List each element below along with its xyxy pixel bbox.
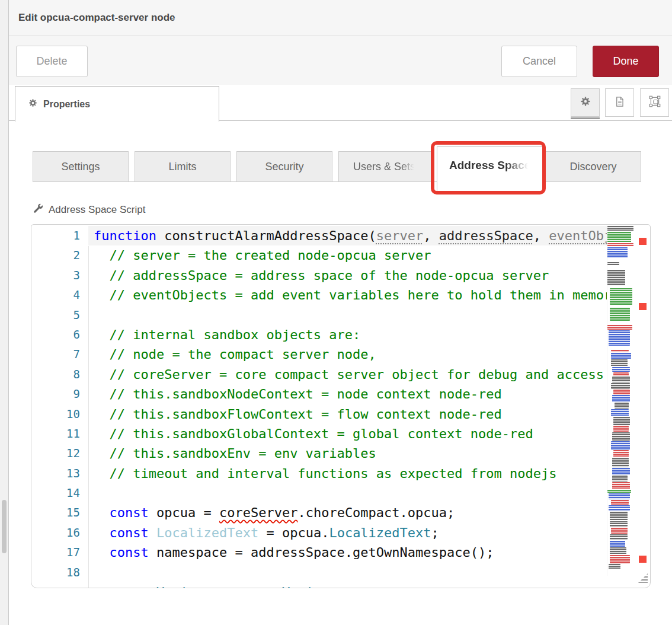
tray-tab-bar: Properties [9, 85, 672, 121]
wrench-icon [33, 203, 44, 217]
minimap-segment [610, 547, 626, 554]
cancel-button[interactable]: Cancel [501, 46, 577, 77]
properties-icon-button[interactable] [571, 88, 600, 117]
minimap-segment [611, 350, 629, 352]
line-number: 5 [31, 305, 88, 325]
minimap-segment [607, 243, 633, 247]
code-line[interactable]: // this.sandboxEnv = env variables [88, 444, 607, 463]
code-line[interactable]: // this.sandboxGlobalContext = global co… [88, 424, 607, 444]
section-label-row: Address Space Script [33, 203, 145, 217]
minimap-segment [615, 403, 629, 409]
gear-icon [580, 96, 591, 109]
subtab-discovery[interactable]: Discovery [545, 151, 641, 182]
line-number: 10 [31, 404, 88, 424]
minimap-segment [611, 500, 629, 505]
active-icon-button-indicator [571, 117, 600, 119]
line-number: 12 [31, 444, 88, 463]
minimap-segment [609, 505, 630, 511]
code-line[interactable]: // node = the compact server node, [88, 345, 607, 364]
minimap-segment [611, 359, 628, 366]
gear-icon [28, 98, 37, 110]
minimap-segment [607, 262, 619, 265]
subtab-address-space[interactable]: Address Space [437, 146, 543, 193]
code-line[interactable]: // coreServer = core compact server obje… [88, 365, 607, 384]
line-number: 17 [31, 543, 88, 562]
minimap-segment [613, 417, 630, 425]
subtab-label: Limits [168, 161, 196, 173]
minimap-segment [611, 383, 630, 389]
line-number: 11 [31, 424, 88, 444]
code-line[interactable] [88, 563, 607, 582]
page-scrollbar-thumb[interactable] [2, 500, 7, 553]
code-line[interactable]: // eventObjects = add event variables he… [88, 285, 607, 305]
minimap-segment [610, 521, 628, 527]
minimap-segment [609, 330, 630, 346]
minimap-segment [609, 564, 620, 569]
code-area[interactable]: function constructAlarmAddressSpace(serv… [88, 226, 607, 588]
minimap-segment [612, 377, 630, 382]
code-line[interactable] [88, 305, 607, 325]
minimap-segment [611, 441, 630, 449]
code-line[interactable] [88, 483, 607, 503]
minimap-segment [607, 270, 625, 285]
minimap-segment [612, 458, 629, 467]
tab-properties-label: Properties [43, 99, 90, 110]
minimap-segment [612, 476, 628, 481]
line-number: 1 [31, 226, 88, 245]
line-number: 3 [31, 266, 88, 285]
minimap-segment [610, 308, 630, 321]
code-line[interactable]: const opcua = coreServer.choreCompact.op… [88, 503, 607, 522]
page-scrollbar-track[interactable] [0, 0, 9, 625]
code-line[interactable]: // this.sandboxNodeContext = node contex… [88, 384, 607, 404]
minimap-segment [613, 372, 629, 376]
tab-properties[interactable]: Properties [15, 86, 219, 122]
code-line[interactable]: // timeout and interval functions as exp… [88, 464, 607, 483]
line-number: 7 [31, 345, 88, 364]
subtab-users-sets[interactable]: Users & Sets [338, 151, 434, 182]
done-button[interactable]: Done [593, 46, 659, 77]
minimap-segment [612, 432, 630, 441]
error-marker [639, 303, 647, 310]
subtab-limits[interactable]: Limits [135, 151, 231, 182]
line-number: 16 [31, 523, 88, 543]
subtab-label: Discovery [569, 161, 616, 173]
subtab-label: Settings [61, 161, 100, 173]
line-number: 9 [31, 384, 88, 404]
minimap-segment [612, 367, 630, 372]
code-line[interactable]: const LocalizedText = opcua.LocalizedTex… [88, 523, 607, 543]
minimap-segment [613, 450, 629, 457]
subtab-security[interactable]: Security [236, 151, 332, 182]
minimap-segment [609, 493, 630, 499]
code-line[interactable]: // internal sandbox objects are: [88, 325, 607, 345]
subtab-settings[interactable]: Settings [33, 151, 129, 182]
dialog-header: Edit opcua-compact-server node [9, 0, 672, 36]
error-marker [639, 238, 647, 245]
overview-ruler [636, 225, 650, 588]
minimap-segment [607, 325, 632, 330]
code-editor[interactable]: 12345678910111213141516171819 function c… [31, 224, 651, 588]
dialog-toolbar: Delete Cancel Done [9, 36, 672, 85]
minimap-segment [610, 541, 625, 547]
subtab-label: Security [265, 161, 303, 173]
minimap-segment [607, 266, 638, 270]
subtab-label: Address Space [449, 159, 530, 172]
minimap-segment [607, 490, 631, 493]
minimap[interactable] [607, 226, 638, 576]
code-line[interactable]: // this.sandboxFlowContext = flow contex… [88, 404, 607, 424]
code-line[interactable]: // addressSpace = address space of the n… [88, 266, 607, 285]
code-line[interactable]: function constructAlarmAddressSpace(serv… [88, 226, 607, 245]
code-line[interactable]: const Variant = opcua.Variant; [88, 582, 607, 588]
line-number: 8 [31, 365, 88, 384]
minimap-segment [607, 247, 628, 258]
error-marker [639, 556, 647, 563]
code-line[interactable]: // server = the created node-opcua serve… [88, 245, 607, 265]
line-number: 13 [31, 464, 88, 483]
line-number: 18 [31, 563, 88, 582]
minimap-segment [612, 468, 630, 475]
line-number: 6 [31, 325, 88, 345]
description-icon-button[interactable] [605, 88, 634, 117]
delete-button[interactable]: Delete [16, 46, 88, 77]
minimap-segment [612, 482, 630, 489]
appearance-icon-button[interactable] [640, 88, 669, 117]
code-line[interactable]: const namespace = addressSpace.getOwnNam… [88, 543, 607, 562]
